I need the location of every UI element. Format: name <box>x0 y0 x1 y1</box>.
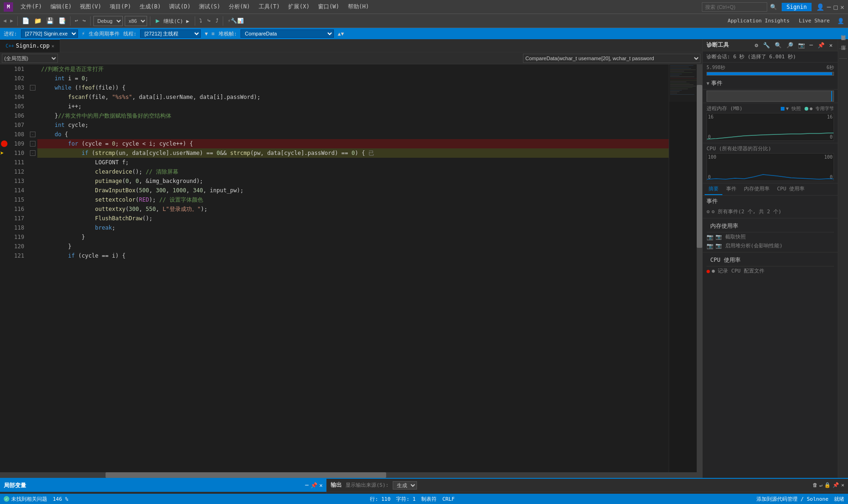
memory-chart-area: 16 16 0 0 <box>707 113 834 141</box>
events-detail-title: 事件 <box>707 197 834 205</box>
stack-frame-selector[interactable]: CompareData <box>240 29 334 38</box>
menu-extensions[interactable]: 扩展(X) <box>284 2 313 12</box>
user-avatar[interactable]: 👤 <box>816 3 824 11</box>
status-zoom[interactable]: 146 % <box>53 496 68 502</box>
debug-config-dropdown[interactable]: Debug <box>93 16 123 26</box>
editor-hscrollbar-thumb[interactable] <box>106 472 387 478</box>
output-close-btn[interactable]: ✕ <box>841 482 844 488</box>
diag-zoom-out-btn[interactable]: 🔎 <box>785 42 795 49</box>
menu-tools[interactable]: 工具(T) <box>255 2 284 12</box>
diag-screenshot-btn[interactable]: 📷 <box>797 42 806 49</box>
memory-chart-legend: ▼ 快照 ● 专用字节 <box>781 105 834 112</box>
search-input[interactable] <box>702 2 767 12</box>
heap-analysis-btn[interactable]: 📷 📷 启用堆分析(会影响性能) <box>707 241 834 250</box>
function-selector[interactable]: CompareData(wchar_t username[20], wchar_… <box>523 54 700 63</box>
status-git[interactable]: 添加到源代码管理 / Solnone <box>756 496 828 503</box>
output-pin-btn[interactable]: 📌 <box>833 482 839 488</box>
collapse-109[interactable]: - <box>30 141 35 147</box>
record-cpu-btn[interactable]: ● ● 记录 CPU 配置文件 <box>707 266 834 275</box>
gutter-121 <box>28 251 37 260</box>
menu-file[interactable]: 文件(F) <box>17 2 46 12</box>
signin-button[interactable]: Signin <box>782 3 811 11</box>
menu-project[interactable]: 项目(P) <box>106 2 135 12</box>
diag-pin-btn[interactable]: 📌 <box>816 42 826 49</box>
process-selector[interactable]: [27792] Signin.exe <box>21 29 78 38</box>
search-icon[interactable]: 🔍 <box>770 4 777 10</box>
toolbar-saveall-btn[interactable]: 📑 <box>57 16 67 25</box>
toolbar-save-btn[interactable]: 💾 <box>45 16 55 25</box>
gutter-107 <box>28 120 37 130</box>
live-share-btn[interactable]: Live Share <box>795 17 834 25</box>
toolbar-step-out[interactable]: ⤴ <box>214 17 220 25</box>
right-sidebar: 测试资源管理器 图形 <box>838 39 848 478</box>
locals-minimize-btn[interactable]: ─ <box>305 482 309 489</box>
locals-pin-btn[interactable]: 📌 <box>311 482 318 489</box>
close-button[interactable]: ✕ <box>841 3 844 11</box>
toolbar-new-btn[interactable]: 📄 <box>21 16 31 25</box>
toolbar-open-btn[interactable]: 📁 <box>33 16 43 25</box>
toolbar-step-over[interactable]: ⤵ <box>198 17 204 25</box>
diag-tab-events[interactable]: 事件 <box>722 183 740 195</box>
right-tab-graphics[interactable]: 图形 <box>839 51 848 56</box>
account-icon[interactable]: 👤 <box>835 17 846 25</box>
platform-dropdown[interactable]: x86 <box>125 16 147 26</box>
editor-vscrollbar-thumb[interactable] <box>697 85 702 248</box>
tab-signin-cpp[interactable]: C++ Signin.cpp ✕ <box>0 39 60 52</box>
diag-settings-btn[interactable]: ⚙ <box>753 42 759 49</box>
menu-edit[interactable]: 编辑(E) <box>47 2 76 12</box>
editor-vscrollbar[interactable] <box>697 64 702 472</box>
code-minimap[interactable] <box>669 64 697 472</box>
code-line-105: i++; <box>37 102 669 111</box>
line-118: 118 <box>0 223 28 232</box>
output-source-select[interactable]: 生成 <box>393 481 417 490</box>
minimize-button[interactable]: ─ <box>827 3 831 11</box>
toolbar-undo-btn[interactable]: ↩ <box>73 17 79 25</box>
menu-test[interactable]: 测试(S) <box>195 2 224 12</box>
collapse-108[interactable]: - <box>30 132 35 137</box>
diag-zoom-in-btn[interactable]: 🔍 <box>773 42 783 49</box>
toolbar-redo-btn[interactable]: ↪ <box>81 17 87 25</box>
collapse-110[interactable]: - <box>30 150 35 156</box>
code-editor[interactable]: 101 102 103 104 105 106 107 108 109 ➤ 11… <box>0 64 702 472</box>
events-collapse-icon[interactable]: ▼ <box>707 81 709 86</box>
timeline-container: 5.998秒 6秒 <box>703 63 838 77</box>
diag-tab-memory[interactable]: 内存使用率 <box>740 183 773 195</box>
toolbar-step-into[interactable]: ⤷ <box>205 17 212 25</box>
all-events-item[interactable]: ⚙ ⚙ 所有事件(2 个, 共 2 个) <box>707 207 834 216</box>
snapshot-btn[interactable]: 📷 📷 截取快照 <box>707 232 834 241</box>
menu-debug[interactable]: 调试(D) <box>165 2 194 12</box>
thread-selector[interactable]: [27212] 主线程 <box>140 29 201 38</box>
toolbar-back-btn[interactable]: ◀ <box>2 17 8 25</box>
application-insights-btn[interactable]: Application Insights <box>724 17 793 25</box>
output-clear-btn[interactable]: 🗑 <box>813 482 818 488</box>
toolbar-forward-btn[interactable]: ▶ <box>9 17 15 25</box>
diag-filter-btn[interactable]: 🔧 <box>762 42 771 49</box>
code-line-102: int i = 0; <box>37 74 669 83</box>
menu-help[interactable]: 帮助(H) <box>344 2 373 12</box>
output-scroll-lock-btn[interactable]: 🔒 <box>824 482 831 488</box>
diag-minimize-btn[interactable]: ─ <box>808 42 814 49</box>
code-line-115: settextcolor(RED); // 设置字体颜色 <box>37 195 669 204</box>
right-tab-test-explorer[interactable]: 测试资源管理器 <box>839 41 848 47</box>
toolbar-more-btns: ⚡🔧📊 <box>226 17 245 25</box>
code-lines[interactable]: //判断文件是否正常打开 int i = 0; while (!feof(fil… <box>37 64 669 472</box>
continue-button[interactable]: ▶ 继续(C) ▶ <box>153 16 192 26</box>
timeline-bar[interactable] <box>707 72 834 76</box>
gutter-106 <box>28 111 37 120</box>
status-ok-icon: ✓ <box>4 496 9 502</box>
output-toggle-wrap-btn[interactable]: ↵ <box>820 482 823 488</box>
menu-analyze[interactable]: 分析(N) <box>225 2 254 12</box>
menu-view[interactable]: 视图(V) <box>76 2 105 12</box>
diag-tab-cpu[interactable]: CPU 使用率 <box>773 183 809 195</box>
tab-close-btn[interactable]: ✕ <box>51 43 54 49</box>
editor-hscrollbar[interactable] <box>0 472 702 478</box>
diag-tab-summary[interactable]: 摘要 <box>705 183 722 195</box>
menu-window[interactable]: 窗口(W) <box>314 2 343 12</box>
locals-close-btn[interactable]: ✕ <box>319 482 323 489</box>
code-line-117: FlushBatchDraw(); <box>37 214 669 223</box>
maximize-button[interactable]: □ <box>834 3 837 11</box>
menu-build[interactable]: 生成(B) <box>136 2 165 12</box>
collapse-103[interactable]: - <box>30 85 35 91</box>
scope-selector[interactable]: (全局范围) <box>2 54 58 63</box>
diag-close-btn[interactable]: ✕ <box>828 42 834 49</box>
